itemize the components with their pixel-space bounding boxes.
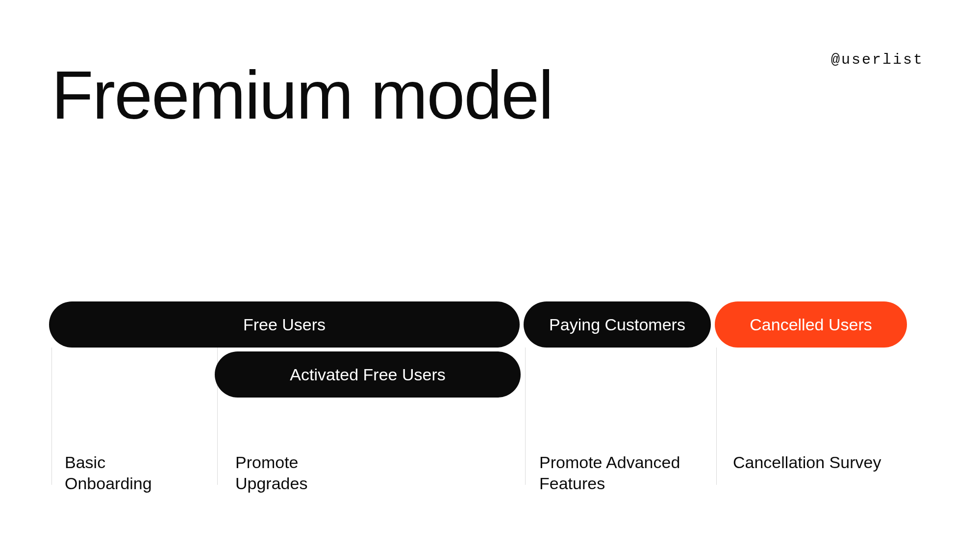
lane-divider <box>525 348 526 485</box>
lane-caption-promote-upgrades: Promote Upgrades <box>235 452 358 494</box>
lane-divider <box>51 348 52 485</box>
stage-pill-cancelled-users: Cancelled Users <box>715 301 907 348</box>
lane-caption-cancellation-survey: Cancellation Survey <box>733 452 881 473</box>
stage-pill-paying-customers: Paying Customers <box>524 301 711 348</box>
brand-handle: @userlist <box>831 51 924 68</box>
lane-caption-basic-onboarding: Basic Onboarding <box>65 452 187 494</box>
lane-divider <box>716 348 717 485</box>
freemium-diagram: Free Users Activated Free Users Paying C… <box>49 301 928 498</box>
lane-caption-promote-advanced-features: Promote Advanced Features <box>539 452 701 494</box>
slide-title: Freemium model <box>51 59 553 131</box>
stage-pill-free-users: Free Users <box>49 301 520 348</box>
stage-pill-activated-free-users: Activated Free Users <box>215 351 521 398</box>
